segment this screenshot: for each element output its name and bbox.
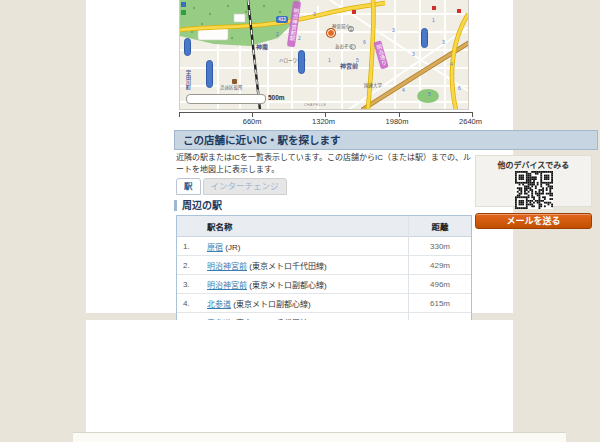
- block-number: 4: [450, 62, 453, 67]
- map-poi-icon: [432, 6, 436, 10]
- ruler-label: 660m: [188, 117, 262, 126]
- block-number: 3: [313, 12, 316, 17]
- block-number: 5: [428, 92, 431, 97]
- map-label-aozora: あおぞら: [335, 45, 353, 50]
- send-mail-button[interactable]: メールを送る: [475, 213, 592, 229]
- section-title: この店舗に近いIC・駅を探します: [174, 130, 598, 150]
- map-label-ward-office: 渋谷区役所: [220, 86, 243, 91]
- guide-panel: 周辺ガイド 名称 距離 1. 東郷神社 150m: [86, 320, 513, 433]
- store-access-page: 文 神南 神宮前 宇田川町 ハローワーク 渋谷区役所 国連大学 神宮前小 あおぞ…: [0, 0, 600, 442]
- store-location-marker: [327, 29, 335, 37]
- station-distance: 429m: [409, 256, 472, 275]
- stations-header-row: 駅名称 距離: [177, 216, 471, 237]
- block-number: 2: [276, 32, 279, 37]
- map-label-chapelle: CHAPELLE: [304, 104, 326, 108]
- qr-panel: 他のデバイスでみる: [475, 155, 592, 207]
- route-413-shield: 413: [276, 16, 288, 23]
- station-link[interactable]: 明治神宮前: [207, 281, 247, 290]
- station-distance: 330m: [409, 237, 472, 256]
- tab-station[interactable]: 駅: [176, 178, 201, 195]
- station-line: (東京メトロ千代田線): [247, 262, 327, 271]
- block-number: 3: [442, 40, 445, 45]
- map-label-jingumae: 神宮前: [340, 63, 358, 69]
- map[interactable]: 文 神南 神宮前 宇田川町 ハローワーク 渋谷区役所 国連大学 神宮前小 あおぞ…: [179, 0, 469, 110]
- station-row: 4. 北参道 (東京メトロ副都心線) 615m: [177, 294, 471, 313]
- map-road-pill: [184, 38, 191, 56]
- block-number: 3: [392, 28, 395, 33]
- station-row: 3. 明治神宮前 (東京メトロ副都心線) 496m: [177, 275, 471, 294]
- ruler-label: 2640m: [409, 117, 483, 126]
- station-link[interactable]: 原宿: [207, 243, 223, 252]
- map-poi-icon: [352, 10, 356, 14]
- map-label-udagawacho: 宇田川町: [185, 70, 190, 90]
- map-scale-label: 500m: [268, 94, 285, 101]
- block-number: 4: [402, 88, 405, 93]
- section-description: 近隣の駅またはICを一覧表示しています。この店舗からIC（または駅）までの、ルー…: [176, 152, 476, 175]
- block-number: 1: [328, 58, 331, 63]
- map-scale-ruler: 660m 1320m 1980m 2640m: [179, 112, 473, 126]
- col-station-name: 駅名称: [199, 216, 409, 237]
- map-road-pill: [206, 60, 213, 88]
- block-number: 3: [412, 52, 415, 57]
- block-number: 1: [432, 18, 435, 23]
- page-footer-strip: [73, 432, 566, 442]
- qr-title: 他のデバイスでみる: [476, 159, 591, 170]
- stations-heading: 周辺の駅: [174, 200, 222, 211]
- map-poi-icon: [457, 9, 461, 13]
- qr-code-image: [515, 171, 553, 209]
- map-label-un-university: 国連大学: [364, 84, 382, 89]
- map-label-jinnan: 神南: [256, 44, 268, 50]
- station-row: 1. 原宿 (JR) 330m: [177, 237, 471, 256]
- finder-tabs: 駅 インターチェンジ: [176, 178, 287, 195]
- map-scale-bar: [186, 94, 266, 104]
- station-line: (JR): [223, 243, 240, 252]
- store-access-panel: 文 神南 神宮前 宇田川町 ハローワーク 渋谷区役所 国連大学 神宮前小 あおぞ…: [86, 0, 513, 313]
- block-number: 6: [458, 86, 461, 91]
- station-link[interactable]: 明治神宮前: [207, 262, 247, 271]
- station-link[interactable]: 北参道: [207, 300, 231, 309]
- ruler-label: 1980m: [335, 117, 409, 126]
- station-distance: 496m: [409, 275, 472, 294]
- ruler-label: 1320m: [262, 117, 336, 126]
- map-road-pill: [298, 50, 305, 74]
- col-station-distance: 距離: [409, 216, 472, 237]
- tab-interchange[interactable]: インターチェンジ: [203, 178, 287, 195]
- stations-table: 駅名称 距離 1. 原宿 (JR) 330m 2. 明治神宮前 (東京メトロ千代…: [176, 215, 472, 336]
- map-label-jingumae-elementary: 神宮前小: [332, 25, 350, 30]
- block-number: 2: [298, 36, 301, 41]
- map-road-pill: [421, 28, 428, 48]
- station-line: (東京メトロ副都心線): [231, 300, 311, 309]
- station-row: 2. 明治神宮前 (東京メトロ千代田線) 429m: [177, 256, 471, 275]
- block-number: 6: [363, 40, 366, 45]
- station-distance: 615m: [409, 294, 472, 313]
- station-line: (東京メトロ副都心線): [247, 281, 327, 290]
- block-number: 5: [356, 58, 359, 63]
